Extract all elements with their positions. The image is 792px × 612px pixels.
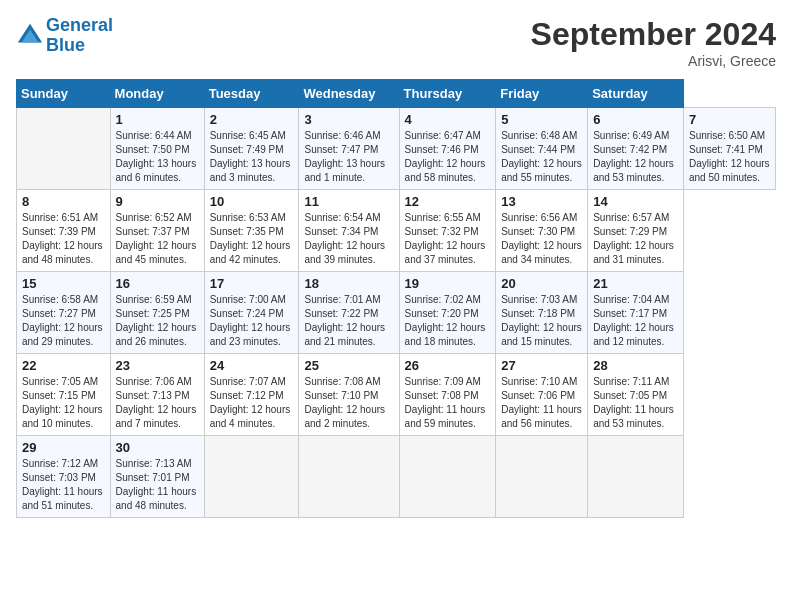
day-info: Sunrise: 6:44 AM Sunset: 7:50 PM Dayligh… <box>116 129 199 185</box>
calendar-day-cell: 12 Sunrise: 6:55 AM Sunset: 7:32 PM Dayl… <box>399 190 496 272</box>
calendar-body: 1 Sunrise: 6:44 AM Sunset: 7:50 PM Dayli… <box>17 108 776 518</box>
day-number: 13 <box>501 194 582 209</box>
logo: General Blue <box>16 16 113 56</box>
day-number: 7 <box>689 112 770 127</box>
day-info: Sunrise: 6:52 AM Sunset: 7:37 PM Dayligh… <box>116 211 199 267</box>
day-number: 9 <box>116 194 199 209</box>
calendar-day-cell: 22 Sunrise: 7:05 AM Sunset: 7:15 PM Dayl… <box>17 354 111 436</box>
calendar-header-cell: Friday <box>496 80 588 108</box>
day-number: 29 <box>22 440 105 455</box>
day-number: 23 <box>116 358 199 373</box>
day-info: Sunrise: 7:07 AM Sunset: 7:12 PM Dayligh… <box>210 375 294 431</box>
calendar-day-cell: 5 Sunrise: 6:48 AM Sunset: 7:44 PM Dayli… <box>496 108 588 190</box>
day-info: Sunrise: 7:03 AM Sunset: 7:18 PM Dayligh… <box>501 293 582 349</box>
logo-text: General Blue <box>46 16 113 56</box>
logo-icon <box>16 22 44 50</box>
day-info: Sunrise: 6:51 AM Sunset: 7:39 PM Dayligh… <box>22 211 105 267</box>
day-number: 24 <box>210 358 294 373</box>
day-number: 20 <box>501 276 582 291</box>
location: Arisvi, Greece <box>531 53 776 69</box>
day-info: Sunrise: 7:09 AM Sunset: 7:08 PM Dayligh… <box>405 375 491 431</box>
day-info: Sunrise: 6:54 AM Sunset: 7:34 PM Dayligh… <box>304 211 393 267</box>
calendar-day-cell <box>496 436 588 518</box>
calendar-day-cell: 26 Sunrise: 7:09 AM Sunset: 7:08 PM Dayl… <box>399 354 496 436</box>
day-info: Sunrise: 6:46 AM Sunset: 7:47 PM Dayligh… <box>304 129 393 185</box>
day-number: 10 <box>210 194 294 209</box>
calendar-day-cell: 23 Sunrise: 7:06 AM Sunset: 7:13 PM Dayl… <box>110 354 204 436</box>
calendar-day-cell: 24 Sunrise: 7:07 AM Sunset: 7:12 PM Dayl… <box>204 354 299 436</box>
calendar-day-cell: 19 Sunrise: 7:02 AM Sunset: 7:20 PM Dayl… <box>399 272 496 354</box>
day-number: 3 <box>304 112 393 127</box>
day-info: Sunrise: 6:48 AM Sunset: 7:44 PM Dayligh… <box>501 129 582 185</box>
calendar-table: SundayMondayTuesdayWednesdayThursdayFrid… <box>16 79 776 518</box>
calendar-day-cell: 18 Sunrise: 7:01 AM Sunset: 7:22 PM Dayl… <box>299 272 399 354</box>
day-number: 16 <box>116 276 199 291</box>
calendar-day-cell: 9 Sunrise: 6:52 AM Sunset: 7:37 PM Dayli… <box>110 190 204 272</box>
calendar-day-cell: 16 Sunrise: 6:59 AM Sunset: 7:25 PM Dayl… <box>110 272 204 354</box>
day-number: 14 <box>593 194 678 209</box>
calendar-day-cell: 21 Sunrise: 7:04 AM Sunset: 7:17 PM Dayl… <box>588 272 684 354</box>
calendar-week-row: 8 Sunrise: 6:51 AM Sunset: 7:39 PM Dayli… <box>17 190 776 272</box>
day-info: Sunrise: 7:10 AM Sunset: 7:06 PM Dayligh… <box>501 375 582 431</box>
day-number: 1 <box>116 112 199 127</box>
calendar-week-row: 15 Sunrise: 6:58 AM Sunset: 7:27 PM Dayl… <box>17 272 776 354</box>
day-number: 22 <box>22 358 105 373</box>
day-number: 21 <box>593 276 678 291</box>
day-info: Sunrise: 6:45 AM Sunset: 7:49 PM Dayligh… <box>210 129 294 185</box>
month-title: September 2024 <box>531 16 776 53</box>
calendar-header-cell: Wednesday <box>299 80 399 108</box>
day-number: 25 <box>304 358 393 373</box>
calendar-day-cell <box>299 436 399 518</box>
calendar-day-cell: 7 Sunrise: 6:50 AM Sunset: 7:41 PM Dayli… <box>683 108 775 190</box>
calendar-day-cell <box>204 436 299 518</box>
calendar-day-cell: 29 Sunrise: 7:12 AM Sunset: 7:03 PM Dayl… <box>17 436 111 518</box>
day-info: Sunrise: 7:02 AM Sunset: 7:20 PM Dayligh… <box>405 293 491 349</box>
day-number: 5 <box>501 112 582 127</box>
calendar-day-cell: 14 Sunrise: 6:57 AM Sunset: 7:29 PM Dayl… <box>588 190 684 272</box>
day-number: 11 <box>304 194 393 209</box>
calendar-day-cell: 15 Sunrise: 6:58 AM Sunset: 7:27 PM Dayl… <box>17 272 111 354</box>
page-header: General Blue September 2024 Arisvi, Gree… <box>16 16 776 69</box>
day-info: Sunrise: 6:56 AM Sunset: 7:30 PM Dayligh… <box>501 211 582 267</box>
day-info: Sunrise: 6:53 AM Sunset: 7:35 PM Dayligh… <box>210 211 294 267</box>
day-info: Sunrise: 6:47 AM Sunset: 7:46 PM Dayligh… <box>405 129 491 185</box>
day-info: Sunrise: 7:11 AM Sunset: 7:05 PM Dayligh… <box>593 375 678 431</box>
calendar-header-cell: Tuesday <box>204 80 299 108</box>
day-info: Sunrise: 7:13 AM Sunset: 7:01 PM Dayligh… <box>116 457 199 513</box>
calendar-day-cell: 17 Sunrise: 7:00 AM Sunset: 7:24 PM Dayl… <box>204 272 299 354</box>
calendar-day-cell <box>399 436 496 518</box>
day-number: 30 <box>116 440 199 455</box>
calendar-day-cell <box>17 108 111 190</box>
day-number: 15 <box>22 276 105 291</box>
day-number: 28 <box>593 358 678 373</box>
calendar-day-cell: 25 Sunrise: 7:08 AM Sunset: 7:10 PM Dayl… <box>299 354 399 436</box>
day-number: 18 <box>304 276 393 291</box>
day-info: Sunrise: 7:08 AM Sunset: 7:10 PM Dayligh… <box>304 375 393 431</box>
calendar-day-cell: 10 Sunrise: 6:53 AM Sunset: 7:35 PM Dayl… <box>204 190 299 272</box>
calendar-header-cell: Monday <box>110 80 204 108</box>
day-info: Sunrise: 6:49 AM Sunset: 7:42 PM Dayligh… <box>593 129 678 185</box>
calendar-day-cell: 11 Sunrise: 6:54 AM Sunset: 7:34 PM Dayl… <box>299 190 399 272</box>
title-area: September 2024 Arisvi, Greece <box>531 16 776 69</box>
day-info: Sunrise: 6:50 AM Sunset: 7:41 PM Dayligh… <box>689 129 770 185</box>
calendar-header-row: SundayMondayTuesdayWednesdayThursdayFrid… <box>17 80 776 108</box>
calendar-day-cell: 8 Sunrise: 6:51 AM Sunset: 7:39 PM Dayli… <box>17 190 111 272</box>
calendar-header-cell: Sunday <box>17 80 111 108</box>
day-number: 19 <box>405 276 491 291</box>
day-info: Sunrise: 6:58 AM Sunset: 7:27 PM Dayligh… <box>22 293 105 349</box>
calendar-day-cell: 3 Sunrise: 6:46 AM Sunset: 7:47 PM Dayli… <box>299 108 399 190</box>
calendar-day-cell: 6 Sunrise: 6:49 AM Sunset: 7:42 PM Dayli… <box>588 108 684 190</box>
calendar-header-cell: Saturday <box>588 80 684 108</box>
day-info: Sunrise: 6:59 AM Sunset: 7:25 PM Dayligh… <box>116 293 199 349</box>
day-info: Sunrise: 7:12 AM Sunset: 7:03 PM Dayligh… <box>22 457 105 513</box>
calendar-day-cell: 13 Sunrise: 6:56 AM Sunset: 7:30 PM Dayl… <box>496 190 588 272</box>
day-info: Sunrise: 7:00 AM Sunset: 7:24 PM Dayligh… <box>210 293 294 349</box>
day-number: 4 <box>405 112 491 127</box>
calendar-day-cell: 1 Sunrise: 6:44 AM Sunset: 7:50 PM Dayli… <box>110 108 204 190</box>
day-info: Sunrise: 7:06 AM Sunset: 7:13 PM Dayligh… <box>116 375 199 431</box>
calendar-day-cell: 4 Sunrise: 6:47 AM Sunset: 7:46 PM Dayli… <box>399 108 496 190</box>
calendar-day-cell: 2 Sunrise: 6:45 AM Sunset: 7:49 PM Dayli… <box>204 108 299 190</box>
day-number: 6 <box>593 112 678 127</box>
day-info: Sunrise: 7:05 AM Sunset: 7:15 PM Dayligh… <box>22 375 105 431</box>
calendar-day-cell: 20 Sunrise: 7:03 AM Sunset: 7:18 PM Dayl… <box>496 272 588 354</box>
